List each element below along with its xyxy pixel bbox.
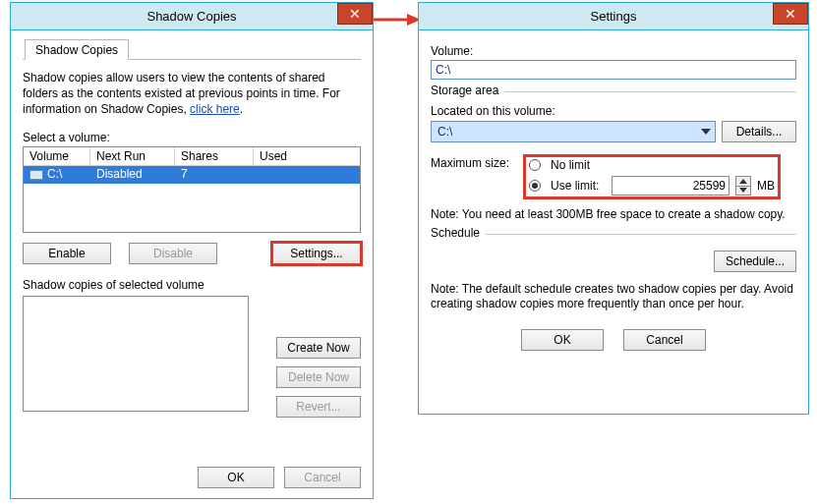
description: Shadow copies allow users to view the co… <box>23 70 361 117</box>
cell-shares: 7 <box>175 166 254 184</box>
titlebar: Settings ✕ <box>419 3 808 30</box>
use-limit-option[interactable]: Use limit: MB <box>529 176 775 196</box>
ok-button[interactable]: OK <box>521 329 604 351</box>
create-now-button[interactable]: Create Now <box>276 337 361 359</box>
schedule-button[interactable]: Schedule... <box>714 251 796 272</box>
limit-input[interactable] <box>612 176 729 196</box>
cell-used <box>254 166 360 184</box>
col-volume[interactable]: Volume <box>24 147 90 165</box>
revert-button: Revert... <box>276 396 361 418</box>
volume-input[interactable]: C:\ <box>431 60 796 80</box>
select-volume-label: Select a volume: <box>23 131 361 144</box>
chevron-up-icon <box>739 179 747 184</box>
col-nextrun[interactable]: Next Run Time <box>90 147 175 165</box>
details-button[interactable]: Details... <box>722 121 796 142</box>
click-here-link[interactable]: click here <box>190 102 240 116</box>
radio-icon <box>529 159 541 171</box>
schedule-title: Schedule <box>431 226 486 240</box>
drive-icon <box>29 170 43 180</box>
volume-label: Volume: <box>431 44 796 58</box>
col-shares[interactable]: Shares <box>175 147 254 165</box>
ok-button[interactable]: OK <box>198 467 274 488</box>
disable-button: Disable <box>129 243 217 264</box>
selected-copies-list[interactable] <box>23 296 249 412</box>
table-row[interactable]: C:\ Disabled 7 <box>24 166 360 184</box>
chevron-down-icon <box>701 129 711 135</box>
radio-icon <box>529 180 541 192</box>
close-icon[interactable]: ✕ <box>337 3 373 25</box>
settings-button[interactable]: Settings... <box>272 243 361 264</box>
storage-note: Note: You need at least 300MB free space… <box>431 207 796 222</box>
located-label: Located on this volume: <box>431 104 796 118</box>
cancel-button: Cancel <box>284 467 361 488</box>
col-used[interactable]: Used <box>254 147 360 165</box>
delete-now-button: Delete Now <box>276 366 361 388</box>
selected-volume-label: Shadow copies of selected volume <box>23 278 361 292</box>
tabs: Shadow Copies <box>23 38 361 60</box>
shadow-copies-window: Shadow Copies ✕ Shadow Copies Shadow cop… <box>10 2 374 499</box>
located-volume-combo[interactable]: C:\ <box>431 121 716 142</box>
volume-grid[interactable]: Volume Next Run Time Shares Used C:\ Dis… <box>23 146 361 233</box>
cell-volume: C:\ <box>24 166 90 184</box>
window-title: Shadow Copies <box>146 9 236 24</box>
enable-button[interactable]: Enable <box>23 243 111 264</box>
close-icon[interactable]: ✕ <box>773 3 808 25</box>
no-limit-option[interactable]: No limit <box>529 158 775 172</box>
chevron-down-icon <box>739 188 747 193</box>
settings-window: Settings ✕ Volume: C:\ Storage area Loca… <box>418 2 809 415</box>
cancel-button[interactable]: Cancel <box>623 329 706 351</box>
cell-nextrun: Disabled <box>90 166 175 184</box>
grid-header: Volume Next Run Time Shares Used <box>24 147 360 166</box>
tab-shadow-copies[interactable]: Shadow Copies <box>25 39 129 60</box>
titlebar: Shadow Copies ✕ <box>11 3 373 30</box>
limit-spinner[interactable] <box>735 176 751 196</box>
schedule-note: Note: The default schedule creates two s… <box>431 282 796 311</box>
mb-label: MB <box>757 179 775 193</box>
storage-area-title: Storage area <box>431 84 504 97</box>
window-title: Settings <box>591 9 637 24</box>
maximum-size-label: Maximum size: <box>431 156 525 170</box>
